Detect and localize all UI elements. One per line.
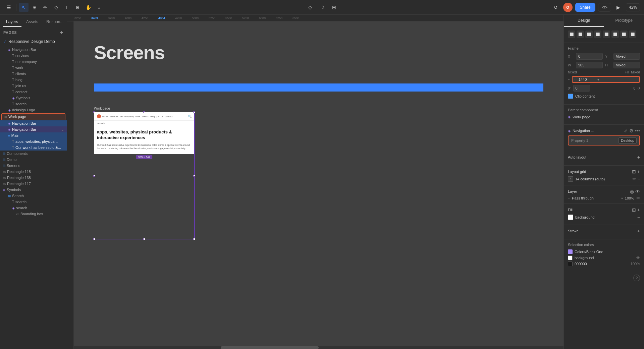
align-left[interactable]: ⬜ [568, 31, 575, 38]
tree-item-join-us[interactable]: T join us [0, 83, 67, 89]
tree-item-nav-bar-2[interactable]: ◈ Navigation Bar ⌄ [0, 126, 67, 132]
handle-bm[interactable] [143, 238, 145, 240]
tree-item-clients[interactable]: T clients [0, 71, 67, 77]
align-top[interactable]: ⬜ [594, 31, 601, 38]
hand-tool[interactable]: ✋ [84, 3, 93, 12]
user-avatar[interactable]: O [563, 3, 573, 12]
h-input[interactable] [613, 62, 640, 68]
tree-item-search-group[interactable]: ⊞ Search [0, 193, 67, 199]
tab-design[interactable]: Design [564, 15, 604, 27]
stroke-add-icon[interactable]: + [637, 228, 640, 234]
align-right[interactable]: ⬜ [585, 31, 593, 38]
pen-tool[interactable]: ✏ [41, 3, 50, 12]
color-swatch-2[interactable] [568, 255, 573, 260]
share-button[interactable]: Share [575, 3, 595, 12]
code-button[interactable]: </> [598, 3, 611, 12]
grid-preview-icon[interactable]: ⋮ [568, 176, 573, 182]
tree-item-apps-text[interactable]: T apps, websites, physical ... [0, 138, 67, 144]
corner-radius-input[interactable] [573, 85, 590, 92]
nav-settings-icon[interactable]: ⚙ [629, 128, 634, 133]
auto-layout-add-icon[interactable]: + [637, 155, 640, 160]
tree-item-our-company[interactable]: T our company [0, 59, 67, 65]
tree-item-demo[interactable]: ⊞ Demo [0, 157, 67, 163]
frame-tool[interactable]: ⊞ [30, 3, 39, 12]
menu-icon[interactable]: ☰ [4, 3, 13, 12]
tree-item-bounding-box[interactable]: ▭ Bounding box [0, 211, 67, 217]
nav-link-icon[interactable]: ⇗ [624, 128, 628, 133]
tree-item-delasign-logo[interactable]: ◈ delasign Logo [0, 107, 67, 113]
fill-grid-icon[interactable]: ⊞ [632, 207, 636, 213]
tree-item-our-work-text[interactable]: T Our work has been sold &... [0, 144, 67, 151]
grid-minus-icon[interactable]: − [638, 177, 640, 181]
tree-item-rect-118[interactable]: ▭ Rectangle 118 [0, 169, 67, 175]
tree-item-search-text[interactable]: T search [0, 101, 67, 107]
tab-layers[interactable]: Layers [3, 17, 21, 27]
canvas-area[interactable]: 3250 3459 3750 4000 4250 4364 4750 5000 … [67, 15, 564, 349]
toggle-icon[interactable]: ☽ [317, 3, 327, 12]
tree-item-symbols-nested[interactable]: ◈ Symbols [0, 95, 67, 101]
distribute-h[interactable]: ⬜ [620, 31, 628, 38]
grid-eye-icon[interactable]: 👁 [632, 177, 636, 181]
align-center-v[interactable]: ⬜ [603, 31, 610, 38]
property-value-dropdown[interactable]: Desktop [619, 137, 637, 143]
layer-target-icon[interactable]: ◎ [630, 189, 634, 194]
handle-ml[interactable] [93, 175, 95, 177]
handle-br[interactable] [193, 238, 195, 240]
tree-item-work-page[interactable]: ⊞ Work page [1, 113, 65, 120]
fill-swatch[interactable] [568, 215, 573, 220]
select-tool[interactable]: ↖ [19, 3, 29, 12]
color-swatch-1[interactable] [568, 249, 573, 254]
component-tool[interactable]: ⊕ [73, 3, 82, 12]
tree-item-screens[interactable]: ⊞ Screens [0, 163, 67, 169]
help-icon[interactable]: ? [633, 275, 640, 281]
tree-item-components[interactable]: ⊞ Components [0, 151, 67, 157]
tree-item-services[interactable]: T services [0, 53, 67, 59]
shape-tool[interactable]: ◇ [51, 3, 61, 12]
tab-assets[interactable]: Assets [23, 17, 42, 27]
tree-item-search-text-2[interactable]: T search [0, 199, 67, 205]
history-icon[interactable]: ↺ [551, 3, 560, 12]
tree-item-main[interactable]: ≡ Main [0, 132, 67, 138]
layer-opacity-eye[interactable]: 👁 [636, 196, 640, 200]
scrollbar-thumb[interactable] [221, 346, 319, 349]
tree-item-nav-bar-1[interactable]: ◈ Navigation Bar [0, 120, 67, 126]
width-value-input[interactable] [579, 77, 595, 81]
tab-responsive[interactable]: Respon... [43, 17, 67, 27]
w-input[interactable] [576, 62, 603, 68]
tree-item-contact[interactable]: T contact [0, 89, 67, 95]
clip-checkbox[interactable] [568, 94, 573, 99]
tree-item-search-comp[interactable]: ◈ search [0, 205, 67, 211]
fill-add-icon[interactable]: + [637, 207, 640, 213]
distribute-v[interactable]: ⬜ [629, 31, 636, 38]
add-page-button[interactable]: + [60, 30, 63, 35]
clip-refresh-icon[interactable]: ↺ [637, 86, 640, 90]
fill-remove-icon[interactable]: − [637, 215, 640, 220]
layer-eye-icon[interactable]: 👁 [635, 189, 640, 194]
layer-mode-arrow[interactable]: ▾ [621, 196, 623, 200]
canvas-content[interactable]: Screens Work page home services our comp… [74, 21, 564, 349]
zoom-indicator[interactable]: 42% [626, 3, 640, 11]
layout-grid-toggle-icon[interactable]: ⊞ [632, 169, 636, 174]
handle-mr[interactable] [193, 175, 195, 177]
tree-item-work[interactable]: T work [0, 65, 67, 71]
tree-item-rect-117[interactable]: ▭ Rectangle 117 [0, 181, 67, 187]
align-center-h[interactable]: ⬜ [577, 31, 584, 38]
page-item-responsive[interactable]: ✓ Responsive Design Demo [0, 38, 67, 45]
layout-grid-add-icon[interactable]: + [637, 169, 640, 174]
scrollbar-horizontal[interactable] [74, 346, 564, 349]
design-frame[interactable]: home services our company work clients b… [94, 112, 195, 154]
collapse-arrow[interactable]: ⌄ [61, 128, 64, 131]
tab-prototype[interactable]: Prototype [604, 15, 644, 27]
tree-item-blog[interactable]: T blog [0, 77, 67, 83]
nav-more-icon[interactable]: ••• [635, 128, 640, 133]
x-input[interactable] [576, 53, 603, 60]
comment-tool[interactable]: ○ [94, 3, 104, 12]
tree-item-nav-bar-group[interactable]: ◈ Navigation Bar [0, 47, 67, 53]
grid-icon[interactable]: ⊞ [329, 3, 339, 12]
y-input[interactable] [613, 53, 640, 60]
play-icon[interactable]: ▶ [614, 3, 623, 12]
align-bottom[interactable]: ⬜ [611, 31, 619, 38]
color-swatch-3[interactable] [568, 261, 573, 266]
tree-item-symbols-top[interactable]: ◈ Symbols [0, 187, 67, 193]
color-eye-icon[interactable]: 👁 [636, 256, 640, 260]
